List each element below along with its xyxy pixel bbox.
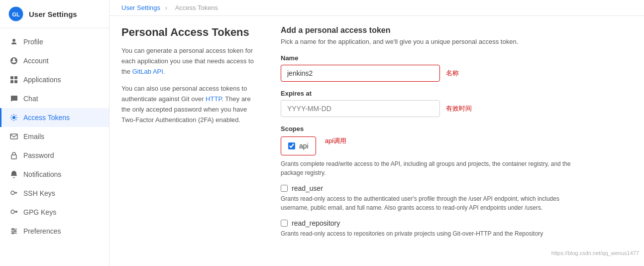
svg-rect-5	[14, 80, 17, 83]
chat-icon	[9, 94, 18, 103]
scope-api-checkbox[interactable]	[288, 142, 295, 149]
name-form-group: Name 名称	[281, 54, 632, 82]
sidebar-header: GL User Settings	[0, 0, 109, 28]
form-heading: Add a personal access token	[281, 26, 632, 35]
sidebar-nav: Profile Account Applications Chat Access	[0, 28, 109, 266]
left-panel: Personal Access Tokens You can generate …	[121, 26, 261, 256]
svg-rect-8	[11, 155, 16, 159]
content-area: Personal Access Tokens You can generate …	[109, 16, 644, 266]
svg-text:GL: GL	[12, 11, 20, 17]
breadcrumb-parent[interactable]: User Settings	[121, 4, 160, 11]
form-subtitle: Pick a name for the application, and we'…	[281, 38, 632, 45]
breadcrumb: User Settings › Access Tokens	[109, 0, 644, 16]
sidebar-label-password: Password	[23, 151, 54, 159]
sidebar-item-password[interactable]: Password	[0, 146, 109, 165]
sidebar-title: User Settings	[29, 10, 77, 18]
svg-rect-3	[14, 76, 17, 79]
sidebar-label-preferences: Preferences	[23, 227, 61, 235]
breadcrumb-separator: ›	[165, 4, 169, 11]
key2-icon	[9, 208, 18, 217]
account-icon	[9, 56, 18, 65]
sidebar-label-emails: Emails	[23, 133, 44, 140]
scopes-label: Scopes	[281, 125, 632, 133]
scope-api-label: api	[299, 142, 309, 150]
sidebar-item-emails[interactable]: Emails	[0, 127, 109, 146]
expires-annotation: 有效时间	[446, 104, 472, 113]
person-icon	[9, 37, 18, 46]
sidebar-item-applications[interactable]: Applications	[0, 70, 109, 89]
lock-icon	[9, 151, 18, 160]
svg-point-6	[12, 116, 15, 119]
svg-rect-4	[10, 80, 13, 83]
page-title: Personal Access Tokens	[121, 26, 261, 39]
api-annotation: api调用	[325, 136, 346, 145]
main-content: User Settings › Access Tokens Personal A…	[109, 0, 644, 266]
scope-api-box: api	[281, 136, 316, 155]
svg-point-9	[11, 191, 14, 195]
svg-point-11	[12, 229, 14, 230]
right-panel: Add a personal access token Pick a name …	[281, 26, 632, 256]
scope-read-repository-desc: Grants read-only access to repositories …	[281, 229, 579, 238]
sliders-icon	[9, 227, 18, 236]
sidebar-item-ssh-keys[interactable]: SSH Keys	[0, 184, 109, 203]
sidebar-label-ssh-keys: SSH Keys	[23, 189, 55, 197]
sidebar-item-gpg-keys[interactable]: GPG Keys	[0, 203, 109, 222]
name-input-row: 名称	[281, 65, 632, 82]
sidebar-item-preferences[interactable]: Preferences	[0, 222, 109, 241]
scope-read-repository-row: read_repository	[281, 219, 632, 227]
sidebar-item-notifications[interactable]: Notifications	[0, 165, 109, 184]
gitlab-logo: GL	[8, 6, 24, 22]
name-annotation: 名称	[446, 69, 459, 78]
sidebar-item-account[interactable]: Account	[0, 51, 109, 70]
sidebar-label-applications: Applications	[23, 76, 61, 84]
scope-read-user-label: read_user	[292, 184, 323, 192]
token-icon	[9, 113, 18, 122]
svg-point-13	[12, 233, 14, 234]
sidebar-label-access-tokens: Access Tokens	[23, 114, 70, 122]
breadcrumb-current: Access Tokens	[175, 4, 218, 11]
expires-form-group: Expires at 有效时间	[281, 90, 632, 117]
sidebar-label-account: Account	[23, 57, 49, 65]
gitlab-api-link[interactable]: GitLab API.	[132, 68, 165, 75]
svg-rect-2	[10, 76, 13, 79]
sidebar-item-access-tokens[interactable]: Access Tokens	[0, 108, 109, 127]
scope-read-user-checkbox[interactable]	[281, 185, 288, 192]
sidebar-item-profile[interactable]: Profile	[0, 32, 109, 51]
sidebar-item-chat[interactable]: Chat	[0, 89, 109, 108]
expires-input[interactable]	[281, 100, 440, 117]
svg-point-10	[11, 210, 14, 214]
expires-label: Expires at	[281, 90, 632, 97]
scope-api-desc: Grants complete read/write access to the…	[281, 159, 579, 177]
http-link[interactable]: HTTP	[206, 95, 221, 103]
bell-icon	[9, 170, 18, 179]
name-label: Name	[281, 54, 632, 62]
key-icon	[9, 189, 18, 198]
grid-icon	[9, 75, 18, 84]
svg-point-12	[14, 231, 16, 232]
sidebar-label-chat: Chat	[23, 95, 38, 103]
watermark: https://blog.csdn.net/qq_wenus1477	[551, 250, 639, 256]
scope-read-repository-label: read_repository	[292, 219, 340, 227]
sidebar-label-notifications: Notifications	[23, 170, 61, 178]
sidebar-label-gpg-keys: GPG Keys	[23, 208, 56, 216]
scope-read-repository-checkbox[interactable]	[281, 220, 288, 227]
description-para1: You can generate a personal access token…	[121, 46, 261, 77]
name-input[interactable]	[281, 65, 440, 82]
sidebar: GL User Settings Profile Account Applica…	[0, 0, 109, 266]
scope-read-user-desc: Grants read-only access to the authentic…	[281, 194, 579, 212]
svg-rect-7	[10, 134, 17, 139]
expires-input-row: 有效时间	[281, 100, 632, 117]
sidebar-label-profile: Profile	[23, 38, 43, 46]
envelope-icon	[9, 132, 18, 141]
description-para2: You can also use personal access tokens …	[121, 84, 261, 125]
scope-read-user-row: read_user	[281, 184, 632, 192]
scopes-section: Scopes api api调用 Grants complete read/wr…	[281, 125, 632, 238]
